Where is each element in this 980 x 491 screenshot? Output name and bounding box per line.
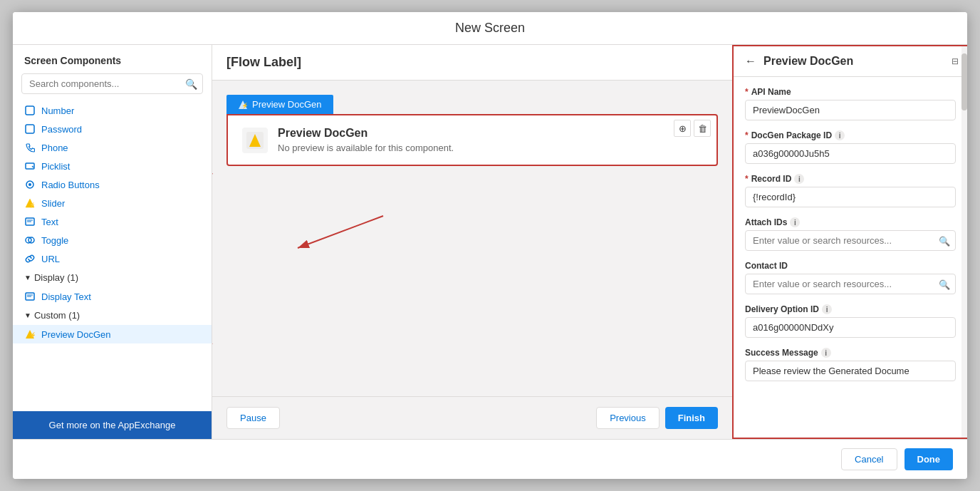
api-name-input[interactable] [745, 100, 956, 120]
field-label-docgen-package: * DocGen Package ID i [745, 130, 956, 140]
sidebar-item-number[interactable]: Number [13, 101, 212, 120]
previous-button[interactable]: Previous [596, 407, 660, 429]
delivery-option-id-input[interactable] [745, 317, 956, 338]
label-text: Success Message [745, 348, 818, 358]
search-input[interactable] [21, 73, 203, 94]
sidebar-item-slider[interactable]: ⚡ Slider [13, 194, 212, 212]
pause-button[interactable]: Pause [226, 407, 280, 429]
attach-ids-wrapper: 🔍 [745, 230, 956, 251]
sidebar-item-phone[interactable]: Phone [13, 138, 212, 157]
annotation-arrow-2 [212, 116, 226, 366]
sidebar-item-password[interactable]: Password [13, 120, 212, 138]
info-icon[interactable]: i [822, 304, 832, 314]
slider-icon: ⚡ [24, 197, 36, 209]
required-indicator: * [745, 174, 749, 184]
field-label-attach-ids: Attach IDs i [745, 217, 956, 227]
info-icon[interactable]: i [835, 130, 845, 140]
sidebar-item-label: Radio Buttons [41, 180, 100, 190]
finish-button[interactable]: Finish [665, 407, 718, 429]
sidebar-item-display-text[interactable]: Display Text [13, 287, 212, 306]
appexchange-button[interactable]: Get more on the AppExchange [13, 411, 212, 439]
number-icon [24, 105, 36, 116]
success-message-input[interactable] [745, 361, 956, 381]
sidebar-item-label: Text [41, 217, 58, 227]
label-text: Attach IDs [745, 217, 787, 227]
nav-bar: Pause Previous Finish [212, 396, 732, 439]
display-text-icon [24, 291, 36, 302]
component-description: No preview is available for this compone… [278, 143, 454, 153]
modal-footer: Cancel Done [13, 439, 967, 479]
scrollbar-track [961, 46, 967, 438]
scrollbar-thumb[interactable] [961, 53, 967, 110]
sidebar-item-label: Display Text [41, 291, 91, 302]
sidebar-item-toggle[interactable]: Toggle [13, 231, 212, 249]
sidebar-item-picklist[interactable]: Picklist [13, 157, 212, 175]
radio-buttons-icon [24, 179, 36, 190]
field-label-contact-id: Contact ID [745, 261, 956, 271]
right-panel-body: * API Name * DocGen Package ID i [734, 77, 967, 438]
display-section-label: Display (1) [34, 272, 78, 283]
record-id-input[interactable] [745, 187, 956, 207]
component-tab-label: Preview DocGen [252, 99, 322, 110]
svg-rect-0 [26, 106, 34, 115]
field-delivery-option-id: Delivery Option ID i [745, 304, 956, 338]
field-record-id: * Record ID i [745, 174, 956, 207]
appexchange-label: Get more on the AppExchange [49, 420, 176, 430]
component-large-icon [242, 128, 268, 153]
sidebar-item-preview-docgen[interactable]: ⚡ Preview DocGen [13, 325, 212, 343]
sidebar-item-label: Picklist [41, 161, 70, 172]
flow-label-bar: [Flow Label] [212, 45, 732, 81]
sidebar-item-label: Phone [41, 143, 68, 153]
done-button[interactable]: Done [905, 448, 954, 470]
back-button[interactable]: ← [745, 55, 756, 68]
label-text: Delivery Option ID [745, 304, 819, 314]
preview-docgen-icon: ⚡ [24, 329, 36, 340]
custom-section-header[interactable]: ▼ Custom (1) [13, 306, 212, 325]
field-attach-ids: Attach IDs i 🔍 [745, 217, 956, 251]
svg-text:⚡: ⚡ [29, 331, 36, 338]
label-text: Contact ID [745, 261, 788, 271]
move-button[interactable]: ⊕ [674, 120, 691, 137]
svg-text:⚡: ⚡ [241, 102, 248, 109]
svg-rect-2 [26, 163, 34, 169]
main-content: [Flow Label] ⚡ Preview DocGen [212, 45, 732, 439]
component-info: Preview DocGen No preview is available f… [278, 127, 454, 153]
svg-line-22 [298, 216, 383, 248]
modal-header: New Screen [13, 12, 967, 45]
docgen-package-id-input[interactable] [745, 143, 956, 164]
toggle-icon [24, 234, 36, 246]
svg-point-4 [28, 183, 31, 186]
sidebar-item-text[interactable]: Text [13, 212, 212, 231]
collapse-button[interactable]: ⊟ [952, 56, 959, 66]
modal-body: Screen Components 🔍 Number Password [13, 45, 967, 439]
field-docgen-package-id: * DocGen Package ID i [745, 130, 956, 164]
annotation-arrow [226, 138, 440, 351]
field-label-api-name: * API Name [745, 87, 956, 97]
component-selected-tab[interactable]: ⚡ Preview DocGen [226, 95, 333, 114]
field-label-delivery-option-id: Delivery Option ID i [745, 304, 956, 314]
right-panel-title: Preview DocGen [763, 55, 853, 68]
info-icon[interactable]: i [794, 174, 804, 184]
sidebar-item-label: Password [41, 124, 82, 135]
nav-right: Previous Finish [596, 407, 718, 429]
sidebar-item-label: Toggle [41, 235, 68, 246]
display-section-header[interactable]: ▼ Display (1) [13, 268, 212, 287]
delete-button[interactable]: 🗑 [694, 120, 711, 137]
custom-section-label: Custom (1) [34, 310, 80, 321]
cancel-button[interactable]: Cancel [841, 448, 897, 470]
info-icon[interactable]: i [821, 348, 831, 358]
required-indicator: * [745, 130, 749, 140]
field-success-message: Success Message i [745, 348, 956, 381]
contact-id-input[interactable] [745, 274, 956, 294]
sidebar-item-label: URL [41, 254, 60, 264]
search-box: 🔍 [21, 73, 203, 94]
search-icon-right: 🔍 [939, 279, 950, 289]
url-icon [24, 253, 36, 264]
modal-container: New Screen Screen Components 🔍 Number [13, 12, 967, 479]
info-icon[interactable]: i [790, 217, 800, 227]
sidebar-item-url[interactable]: URL [13, 249, 212, 268]
attach-ids-input[interactable] [745, 230, 956, 251]
label-text: DocGen Package ID [751, 130, 832, 140]
password-icon [24, 123, 36, 135]
sidebar-item-radio-buttons[interactable]: Radio Buttons [13, 175, 212, 194]
